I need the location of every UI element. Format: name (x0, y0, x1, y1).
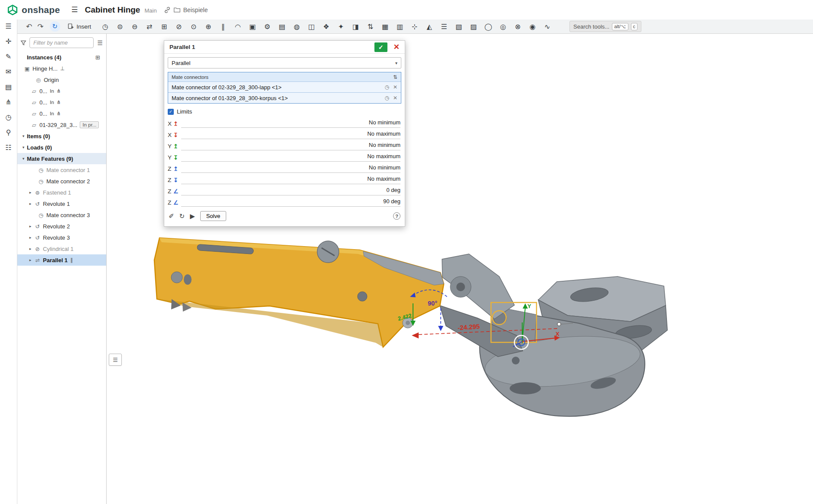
transparency-tool-icon[interactable]: ◉ (528, 23, 537, 31)
share-link-icon[interactable] (164, 7, 171, 13)
mate-connector-edit-icon[interactable]: ◷ (384, 95, 389, 101)
group-mate-tool-icon[interactable]: ▣ (248, 23, 257, 31)
mass-properties-tool-icon[interactable]: ◭ (425, 23, 434, 31)
limit-value-field[interactable]: No maximum (181, 176, 400, 184)
mate-connector-edit-icon[interactable]: ◷ (384, 84, 389, 90)
linear-pattern-tool-icon[interactable]: ▤ (277, 23, 286, 31)
solve-button[interactable]: Solve (200, 211, 227, 221)
appearance-panel-icon[interactable]: ✎ (3, 51, 14, 62)
limit-value-field[interactable]: 90 deg (181, 198, 400, 207)
named-positions-tool-icon[interactable]: ⇅ (366, 23, 375, 31)
filter-by-name-input[interactable] (29, 37, 94, 48)
flip-primary-axis-icon[interactable]: ✐ (169, 212, 174, 220)
planar-mate-tool-icon[interactable]: ⊞ (159, 23, 169, 31)
hide-mates-tool-icon[interactable]: ⊗ (513, 23, 522, 31)
section-view-tool-icon[interactable]: ∿ (543, 23, 552, 31)
section-items[interactable]: ▾ Items (0) (17, 130, 106, 142)
tree-item-cylindrical-1[interactable]: ▸ ⊘ Cylindrical 1 (17, 243, 106, 254)
tree-item-fastened-1[interactable]: ▸ ⊚ Fastened 1 (17, 187, 106, 198)
mate-connector-item-1[interactable]: Mate connector of 02-329_28_300-lapp <1>… (168, 81, 401, 92)
section-instances[interactable]: Instances (4) ⊞ (17, 52, 106, 63)
explode-view-tool-icon[interactable]: ✦ (336, 23, 345, 31)
viewport-tree-toggle-button[interactable]: ☰ (109, 354, 122, 366)
limit-value-field[interactable]: No maximum (181, 130, 400, 139)
main-menu-icon[interactable]: ☰ (71, 5, 78, 14)
tangent-mate-tool-icon[interactable]: ◠ (233, 23, 242, 31)
mirror-pattern-tool-icon[interactable]: ◫ (307, 23, 316, 31)
limit-value-field[interactable]: 0 deg (181, 187, 400, 195)
tree-item-part-4[interactable]: ▱ 01-329_28_3... In pr... (17, 119, 106, 130)
configuration-panel-icon[interactable]: ☷ (3, 142, 14, 153)
accept-button[interactable]: ✓ (374, 42, 387, 52)
tree-item-revolute-1[interactable]: ▸ ↺ Revolute 1 (17, 198, 106, 209)
custom-table-tool-icon[interactable]: ▧ (454, 23, 463, 31)
tree-item-mate-connector-2[interactable]: ◷ Mate connector 2 (17, 176, 106, 187)
update-sync-icon[interactable]: ↻ (50, 21, 60, 32)
tree-item-hinge-assembly[interactable]: ▣ Hinge H... ⊥ (17, 63, 106, 74)
ball-mate-tool-icon[interactable]: ⊕ (204, 23, 213, 31)
limits-checkbox[interactable]: ✓ (168, 109, 174, 115)
limit-value-field[interactable]: No minimum (181, 119, 400, 128)
tree-item-revolute-3[interactable]: ▸ ↺ Revolute 3 (17, 232, 106, 243)
parts-panel-icon[interactable]: ⋔ (3, 97, 14, 107)
part-lapp-selected[interactable] (154, 238, 444, 347)
mate-relations-tool-icon[interactable]: ⚙ (263, 23, 272, 31)
onshape-logo[interactable]: onshape (7, 4, 60, 16)
tree-item-mate-connector-1[interactable]: ◷ Mate connector 1 (17, 164, 106, 176)
mate-type-select[interactable]: Parallel ▾ (168, 57, 401, 68)
limit-value-field[interactable]: No maximum (181, 153, 400, 162)
tree-item-revolute-2[interactable]: ▸ ↺ Revolute 2 (17, 221, 106, 232)
expand-chevron[interactable]: ▸ (27, 258, 34, 262)
limit-value-field[interactable]: No minimum (181, 164, 400, 173)
hole-table-tool-icon[interactable]: ▥ (395, 23, 404, 31)
history-panel-icon[interactable]: ◷ (3, 112, 14, 122)
expand-chevron[interactable]: ▾ (20, 145, 27, 150)
expand-chevron[interactable]: ▸ (27, 247, 34, 251)
tree-item-part-3[interactable]: ▱ 0... In ⋔ (17, 108, 106, 119)
redo-icon[interactable]: ↷ (35, 22, 46, 31)
mate-connector-item-2[interactable]: Mate connector of 01-329_28_300-korpus <… (168, 92, 401, 103)
revolute-mate-tool-icon[interactable]: ⊖ (130, 23, 139, 31)
tree-item-part-2[interactable]: ▱ 0... In ⋔ (17, 97, 106, 108)
slider-mate-tool-icon[interactable]: ⇄ (145, 23, 154, 31)
mate-connector-tool-icon[interactable]: ◷ (101, 23, 110, 31)
expand-chevron[interactable]: ▾ (20, 156, 27, 161)
remove-icon[interactable]: ✕ (393, 95, 397, 101)
cylindrical-mate-tool-icon[interactable]: ⊘ (174, 23, 183, 31)
part-linkage[interactable] (440, 254, 523, 357)
tree-item-origin[interactable]: ◎ Origin (17, 74, 106, 85)
pin-slot-mate-tool-icon[interactable]: ⊙ (189, 23, 198, 31)
insert-button[interactable]: Insert (64, 22, 95, 31)
measure-tool-icon[interactable]: ⊹ (410, 23, 419, 31)
parallel-mate-tool-icon[interactable]: ∥ (218, 23, 228, 31)
limit-value-field[interactable]: No minimum (181, 142, 400, 150)
expand-chevron[interactable]: ▾ (20, 134, 27, 138)
section-mate-features[interactable]: ▾ Mate Features (9) (17, 153, 106, 164)
show-mate-connectors-tool-icon[interactable]: ◎ (498, 23, 507, 31)
expand-chevron[interactable]: ▸ (27, 224, 34, 228)
fastened-mate-tool-icon[interactable]: ⊜ (115, 23, 124, 31)
transform-panel-icon[interactable]: ✛ (3, 36, 14, 46)
dialog-header[interactable]: Parallel 1 ✓ ✕ (164, 41, 405, 54)
replicate-tool-icon[interactable]: ❖ (322, 23, 331, 31)
comments-panel-icon[interactable]: ✉ (3, 66, 14, 77)
tree-item-part-1[interactable]: ▱ 0... In ⋔ (17, 85, 106, 97)
animate-mate-icon[interactable]: ▶ (190, 212, 195, 220)
expand-chevron[interactable]: ▸ (27, 202, 34, 206)
expand-chevron[interactable]: ▸ (27, 190, 34, 195)
simulation-tool-icon[interactable]: ▨ (469, 23, 478, 31)
search-panel-icon[interactable]: ⚲ (3, 127, 14, 137)
undo-icon[interactable]: ↶ (23, 22, 35, 31)
filter-funnel-icon[interactable] (20, 39, 27, 46)
help-icon[interactable]: ? (393, 212, 400, 220)
breadcrumb[interactable]: Beispiele (173, 7, 208, 13)
configurations-tool-icon[interactable]: ☰ (439, 23, 449, 31)
notes-panel-icon[interactable]: ▤ (3, 81, 14, 92)
sort-icon[interactable]: ⇅ (393, 74, 397, 80)
workspace-label[interactable]: Main (144, 7, 156, 14)
search-tools-field[interactable]: Search tools... alt/⌥ c (569, 21, 641, 32)
remove-icon[interactable]: ✕ (393, 84, 397, 90)
list-view-toggle-icon[interactable]: ☰ (96, 39, 104, 46)
3d-viewport[interactable]: -24.295 2.422 90° Y (107, 34, 813, 504)
model-tree-panel-icon[interactable]: ☰ (3, 21, 14, 31)
